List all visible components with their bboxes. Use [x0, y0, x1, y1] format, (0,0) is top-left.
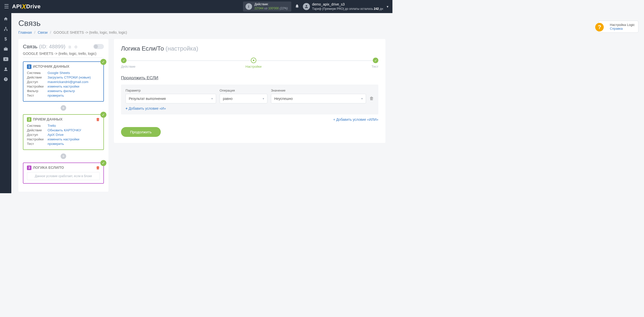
trash-icon[interactable]: 🗑 — [96, 117, 100, 122]
breadcrumb-links[interactable]: Связи — [38, 30, 48, 34]
sitemap-icon[interactable] — [3, 26, 9, 32]
step-head: 1ИСТОЧНИК ДАННЫХ — [27, 64, 100, 69]
param-select[interactable]: Результат выполнения▾ — [126, 94, 216, 103]
bell-icon[interactable] — [295, 4, 299, 10]
step-link[interactable]: maverickandrii@gmail.com — [48, 80, 88, 84]
chevron-down-icon[interactable]: ▾ — [387, 5, 388, 9]
step-row: ДействиеЗагрузить СТРОКИ (новые) — [27, 75, 100, 79]
copy-icon[interactable]: 🗎 — [68, 45, 72, 49]
trash-icon[interactable]: 🗑 — [96, 166, 100, 170]
breadcrumb: Главная / Связи / GOOGLE SHEETS -> (trel… — [18, 30, 385, 34]
val-label: Значение — [271, 89, 366, 92]
add-or-condition[interactable]: + Добавить условие «ИЛИ» — [121, 117, 378, 122]
param-label: Параметр — [126, 89, 216, 92]
actions-counter[interactable]: i Действия: 22'044 из 100'000 (22%) — [243, 2, 291, 11]
continue-button[interactable]: Продолжить — [121, 127, 161, 137]
help-icon[interactable]: ? — [3, 76, 9, 82]
step-row: Тестпроверить — [27, 142, 100, 146]
breadcrumb-home[interactable]: Главная — [18, 30, 32, 34]
step-head: 2ПРИЕМ ДАННЫХ🗑 — [27, 117, 100, 122]
info-icon: i — [246, 3, 252, 10]
logo-text-a: API — [12, 3, 22, 10]
tariff-line: Тариф |Премиум PRO| до оплаты осталось 2… — [312, 7, 383, 11]
stepper: ✓Действие Настройки ✓Тест — [121, 58, 378, 68]
topbar: ☰ API X Drive i Действия: 22'044 из 100'… — [0, 0, 392, 13]
stepper-step-settings[interactable]: Настройки — [246, 58, 262, 68]
step-row: СистемаGoogle Sheets — [27, 71, 100, 75]
svg-text:?: ? — [5, 78, 6, 81]
step-row: Настройкиизменить настройки — [27, 85, 100, 88]
connection-title: Связь (ID: 48899) 🗎 ⚙ — [23, 44, 77, 50]
svg-rect-1 — [5, 27, 6, 28]
step-head: 3ЛОГИКА ЕСЛИ/ТО🗑 — [27, 166, 100, 170]
logo-x-icon: X — [22, 3, 26, 11]
chevron-down-icon: ▾ — [211, 97, 213, 100]
settings-panel: Логика Если/То (настройка) ✓Действие Нас… — [114, 39, 385, 143]
main-area: Связь Главная / Связи / GOOGLE SHEETS ->… — [11, 13, 392, 193]
sidenav: $ ? — [0, 13, 11, 193]
svg-point-0 — [306, 5, 307, 7]
youtube-icon[interactable] — [3, 56, 9, 62]
svg-rect-2 — [4, 30, 5, 31]
check-icon: ✓ — [100, 59, 106, 65]
step-card-2[interactable]: ✓2ПРИЕМ ДАННЫХ🗑СистемаTrelloДействиеОбно… — [23, 114, 104, 150]
delete-condition-icon[interactable]: 🗑 — [370, 96, 374, 103]
settings-title: Логика Если/То (настройка) — [121, 45, 378, 52]
actions-pct: (22%) — [280, 7, 288, 10]
actions-used: 22'044 — [255, 7, 264, 10]
connection-name: GOOGLE SHEETS -> (trello, logic, trello,… — [23, 52, 104, 58]
step-link[interactable]: проверить — [48, 142, 64, 146]
briefcase-icon[interactable] — [3, 46, 9, 52]
step-link[interactable]: ApiX Drive — [48, 133, 64, 137]
step-card-3[interactable]: ✓3ЛОГИКА ЕСЛИ/ТО🗑Данное условие сработае… — [23, 163, 104, 184]
chevron-down-icon: ▾ — [263, 97, 264, 100]
user-block[interactable]: demo_apix_drive_s3 Тариф |Премиум PRO| д… — [312, 2, 383, 11]
val-select[interactable]: Неуспешно▾ — [271, 94, 366, 103]
continue-if-title: Продолжить ЕСЛИ — [121, 75, 378, 81]
step-link[interactable]: проверить — [48, 94, 64, 97]
check-icon: ✓ — [100, 112, 106, 118]
step-row: ДоступApiX Drive — [27, 133, 100, 137]
step-link[interactable]: изменить настройки — [48, 85, 79, 88]
add-step-button[interactable]: + — [61, 153, 66, 159]
check-icon: ✓ — [100, 160, 106, 166]
logo-text-b: Drive — [26, 3, 41, 10]
user-icon[interactable] — [3, 66, 9, 72]
gear-icon[interactable]: ⚙ — [74, 45, 77, 49]
logo[interactable]: API X Drive — [12, 3, 41, 11]
hamburger-icon[interactable]: ☰ — [4, 3, 9, 10]
svg-point-5 — [5, 67, 7, 69]
connection-panel: Связь (ID: 48899) 🗎 ⚙ GOOGLE SHEETS -> (… — [18, 39, 108, 192]
page-title: Связь — [18, 19, 385, 28]
home-icon[interactable] — [3, 16, 9, 22]
logic-desc: Данное условие сработает, если в блоке — [27, 172, 100, 180]
dollar-icon[interactable]: $ — [3, 36, 9, 42]
step-row: СистемаTrello — [27, 124, 100, 128]
step-link[interactable]: Google Sheets — [48, 71, 70, 75]
stepper-step-action[interactable]: ✓Действие — [121, 58, 135, 68]
step-row: Настройкиизменить настройки — [27, 137, 100, 141]
chevron-down-icon: ▾ — [361, 97, 363, 100]
step-link[interactable]: изменить фильтр — [48, 89, 75, 93]
avatar-icon[interactable] — [303, 3, 310, 10]
user-name: demo_apix_drive_s3 — [312, 2, 383, 7]
actions-label: Действия: — [255, 3, 269, 6]
connection-id: (ID: 48899) — [39, 44, 65, 49]
step-link[interactable]: Загрузить СТРОКИ (новые) — [48, 75, 91, 79]
add-step-button[interactable]: + — [61, 105, 66, 111]
op-label: Операция — [220, 89, 267, 92]
step-link[interactable]: изменить настройки — [48, 137, 79, 141]
step-link[interactable]: Обновить КАРТОЧКУ — [48, 128, 81, 132]
op-select[interactable]: равно▾ — [220, 94, 267, 103]
step-link[interactable]: Trello — [48, 124, 56, 128]
stepper-step-test[interactable]: ✓Тест — [372, 58, 378, 68]
add-and-condition[interactable]: +Добавить условие «И» — [126, 106, 374, 110]
step-row: ДействиеОбновить КАРТОЧКУ — [27, 128, 100, 132]
svg-rect-3 — [7, 30, 8, 31]
enable-toggle[interactable] — [93, 44, 104, 49]
condition-block: Параметр Результат выполнения▾ Операция … — [121, 85, 378, 114]
step-row: Фильтризменить фильтр — [27, 89, 100, 93]
step-card-1[interactable]: ✓1ИСТОЧНИК ДАННЫХСистемаGoogle SheetsДей… — [23, 61, 104, 102]
breadcrumb-current: GOOGLE SHEETS -> (trello, logic, trello,… — [54, 30, 127, 34]
step-row: Тестпроверить — [27, 94, 100, 97]
